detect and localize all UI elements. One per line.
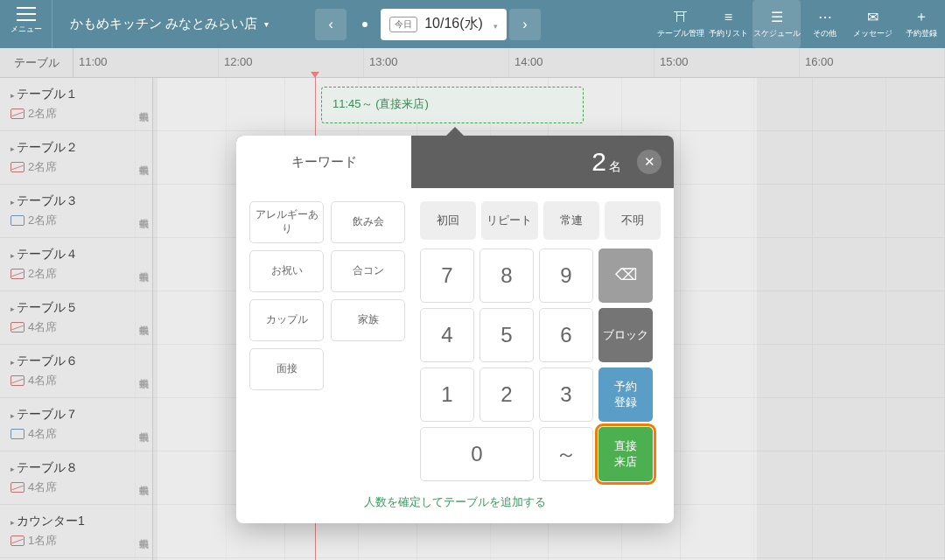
numpad: 789⌫456ブロック123予約 登録0～直接 来店 — [420, 248, 661, 481]
close-button[interactable]: ✕ — [637, 150, 662, 174]
numpad-key[interactable]: 4 — [420, 308, 474, 362]
keyword-button[interactable]: カップル — [249, 299, 324, 341]
tool-icon: ⋯ — [816, 10, 834, 25]
numpad-key[interactable]: 9 — [539, 248, 593, 303]
numpad-key[interactable]: 1 — [420, 368, 474, 422]
tool-icon: ✉ — [864, 10, 882, 25]
input-column: 初回リピート常連不明 789⌫456ブロック123予約 登録0～直接 来店 — [420, 201, 661, 481]
prev-day-button[interactable]: ‹ — [315, 9, 346, 40]
tool-icon: ＋ — [913, 10, 930, 25]
menu-label: メニュー — [10, 24, 42, 35]
keyword-title: キーワード — [236, 136, 411, 188]
reserve-button[interactable]: 予約 登録 — [598, 368, 653, 422]
tool-label: 予約リスト — [709, 28, 748, 39]
type-button[interactable]: 不明 — [605, 201, 661, 240]
app-header: メニュー かもめキッチン みなとみらい店 ‹ 今日 10/16(水) › ⛩テー… — [0, 0, 945, 48]
keyword-button[interactable]: お祝い — [249, 250, 324, 292]
tool-label: 予約登録 — [906, 28, 937, 39]
numpad-key[interactable]: 5 — [480, 308, 534, 362]
customer-type-row: 初回リピート常連不明 — [420, 201, 661, 240]
tool-label: その他 — [813, 28, 836, 39]
store-selector[interactable]: かもめキッチン みなとみらい店 — [52, 16, 286, 32]
date-selector[interactable]: 今日 10/16(水) — [381, 9, 507, 40]
type-button[interactable]: リピート — [481, 201, 537, 240]
tool-予約リスト[interactable]: ≡予約リスト — [704, 0, 752, 48]
walkin-button[interactable]: 直接 来店 — [598, 427, 653, 481]
tool-予約登録[interactable]: ＋予約登録 — [897, 0, 945, 48]
add-table-link[interactable]: 人数を確定してテーブルを追加する — [236, 494, 674, 523]
hamburger-icon — [17, 13, 36, 15]
tool-メッセージ[interactable]: ✉メッセージ — [849, 0, 897, 48]
tool-icon: ⛩ — [672, 10, 690, 25]
tool-icon: ☰ — [768, 10, 786, 25]
backspace-button[interactable]: ⌫ — [598, 248, 653, 303]
guest-count: 2 — [592, 147, 606, 176]
tool-label: スケジュール — [753, 28, 801, 39]
tool-その他[interactable]: ⋯その他 — [801, 0, 849, 48]
guest-count-display: 2名 — [411, 147, 637, 177]
numpad-key[interactable]: 0 — [420, 427, 534, 481]
tool-スケジュール[interactable]: ☰スケジュール — [752, 0, 801, 48]
guest-unit: 名 — [609, 159, 621, 173]
type-button[interactable]: 常連 — [543, 201, 599, 240]
tool-icon: ≡ — [720, 10, 738, 25]
numpad-key[interactable]: 2 — [480, 368, 534, 422]
type-button[interactable]: 初回 — [420, 201, 476, 240]
keyword-button[interactable]: 面接 — [249, 348, 324, 390]
numpad-key[interactable]: 3 — [539, 368, 593, 422]
reservation-popup: キーワード 2名 ✕ アレルギーあり飲み会お祝い合コンカップル家族面接 初回リピ… — [236, 136, 674, 523]
numpad-key[interactable]: 8 — [480, 248, 534, 303]
keyword-button[interactable]: 家族 — [331, 299, 405, 341]
current-date: 10/16(水) — [424, 15, 483, 33]
menu-button[interactable]: メニュー — [0, 0, 52, 48]
date-navigation: ‹ 今日 10/16(水) › — [312, 9, 543, 40]
today-badge: 今日 — [389, 17, 417, 32]
next-day-button[interactable]: › — [509, 9, 541, 40]
numpad-key[interactable]: ～ — [539, 427, 593, 481]
popup-body: アレルギーあり飲み会お祝い合コンカップル家族面接 初回リピート常連不明 789⌫… — [236, 188, 674, 494]
chevron-down-icon — [490, 17, 498, 32]
keyword-button[interactable]: 飲み会 — [331, 201, 405, 243]
header-toolbar: ⛩テーブル管理≡予約リスト☰スケジュール⋯その他✉メッセージ＋予約登録 — [656, 0, 945, 48]
keyword-column: アレルギーあり飲み会お祝い合コンカップル家族面接 — [249, 201, 411, 481]
keyword-button[interactable]: アレルギーあり — [249, 201, 324, 243]
tool-label: メッセージ — [853, 28, 892, 39]
numpad-key[interactable]: 6 — [539, 308, 593, 362]
dot-indicator — [349, 9, 381, 40]
popup-header: キーワード 2名 ✕ — [236, 136, 674, 188]
numpad-key[interactable]: 7 — [420, 248, 474, 303]
tool-label: テーブル管理 — [657, 28, 704, 39]
keyword-button[interactable]: 合コン — [331, 250, 405, 292]
block-button[interactable]: ブロック — [598, 308, 653, 362]
tool-テーブル管理[interactable]: ⛩テーブル管理 — [656, 0, 704, 48]
